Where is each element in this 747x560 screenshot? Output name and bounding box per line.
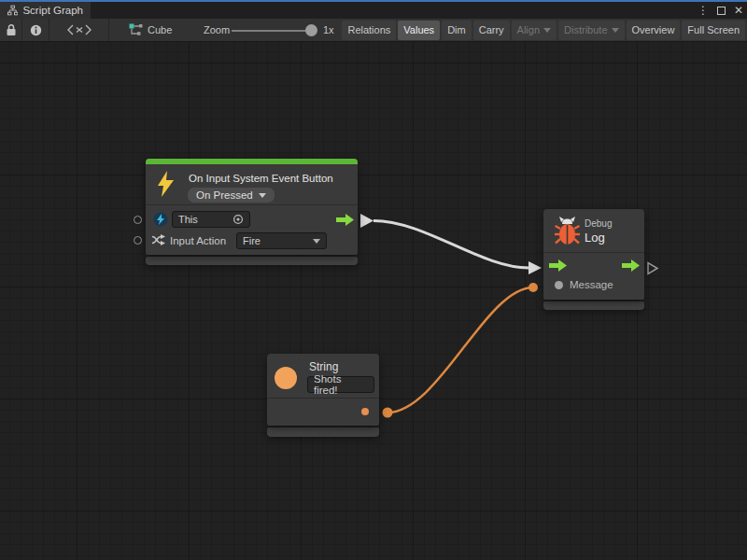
graph-node-icon xyxy=(129,23,143,36)
distribute-dropdown-button[interactable]: Distribute xyxy=(558,21,624,40)
string-type-icon xyxy=(275,367,297,389)
lightning-bolt-icon xyxy=(158,171,174,197)
debug-node-footer xyxy=(543,301,644,310)
event-mode-dropdown[interactable]: On Pressed xyxy=(188,188,275,203)
value-wire-end-dot xyxy=(529,283,538,292)
chevron-down-icon xyxy=(543,28,551,33)
debug-node-header: Debug Log xyxy=(543,209,644,252)
breadcrumb[interactable]: Cube xyxy=(129,19,172,41)
tab-title: Script Graph xyxy=(22,5,83,16)
graph-info-button[interactable] xyxy=(22,19,49,41)
event-node-header: On Input System Event Button On Pressed xyxy=(146,164,358,204)
zoom-slider-handle[interactable] xyxy=(305,24,317,36)
graph-canvas[interactable]: On Input System Event Button On Pressed … xyxy=(0,42,747,560)
debug-node-body: Message xyxy=(543,253,644,300)
event-node-title: On Input System Event Button xyxy=(189,173,333,184)
window-menu-icon[interactable]: ⋮ xyxy=(698,5,709,16)
chevron-down-icon xyxy=(313,239,320,244)
string-node-body xyxy=(267,399,379,426)
action-input-port[interactable] xyxy=(134,236,142,245)
event-node-footer xyxy=(146,257,358,265)
zoom-label: Zoom xyxy=(204,24,230,35)
chevron-down-icon xyxy=(612,28,619,33)
flow-output-port-icon[interactable] xyxy=(622,259,640,272)
toolbar-toggle-group: Relations Values Dim Carry Align Distrib… xyxy=(342,21,745,40)
node-string-literal[interactable]: String Shots fired! xyxy=(267,354,379,437)
event-node-body: This Input Act xyxy=(146,205,358,255)
graph-hierarchy-icon xyxy=(7,5,18,16)
flow-connection-wire[interactable] xyxy=(374,221,529,269)
graph-toolbar: Cube Zoom 1x Relations Values Dim Carry … xyxy=(0,19,747,42)
message-port-label: Message xyxy=(570,279,613,290)
value-wire-start-dot xyxy=(383,408,393,418)
string-output-port[interactable] xyxy=(361,408,369,415)
relations-button[interactable]: Relations xyxy=(342,21,396,40)
code-brackets-icon xyxy=(67,24,92,35)
string-value-field[interactable]: Shots fired! xyxy=(307,376,374,393)
info-icon xyxy=(30,24,42,36)
fullscreen-button[interactable]: Full Screen xyxy=(682,21,745,40)
string-node-title: String xyxy=(309,360,338,373)
align-dropdown-button[interactable]: Align xyxy=(512,21,557,40)
tab-script-graph[interactable]: Script Graph xyxy=(0,2,91,19)
debug-node-name: Log xyxy=(585,231,605,245)
values-button[interactable]: Values xyxy=(398,21,440,40)
string-node-header: String Shots fired! xyxy=(267,354,379,398)
dim-button[interactable]: Dim xyxy=(442,21,472,40)
zoom-slider-track[interactable] xyxy=(232,30,314,32)
target-input-port[interactable] xyxy=(134,216,142,224)
input-action-dropdown[interactable]: Fire xyxy=(236,232,327,249)
input-action-type-icon xyxy=(151,233,166,246)
carry-button[interactable]: Carry xyxy=(473,21,510,40)
flow-input-port-icon[interactable] xyxy=(549,259,567,272)
message-input-port[interactable] xyxy=(555,281,563,289)
flow-wire-end-arrow xyxy=(529,261,542,274)
debug-node-category: Debug xyxy=(585,218,612,229)
target-object-field[interactable]: This xyxy=(172,211,250,228)
overview-button[interactable]: Overview xyxy=(627,21,681,40)
node-on-input-system-event-button[interactable]: On Input System Event Button On Pressed … xyxy=(146,159,358,265)
lock-icon xyxy=(6,23,17,36)
window-maximize-icon[interactable] xyxy=(717,7,726,15)
input-action-label: Input Action xyxy=(170,235,226,246)
flow-target-icon xyxy=(153,212,168,227)
script-graph-window: Script Graph ⋮ ✕ xyxy=(0,0,747,560)
breadcrumb-label: Cube xyxy=(148,24,172,35)
value-connection-wire[interactable] xyxy=(388,287,533,413)
node-debug-log[interactable]: Debug Log Message xyxy=(543,209,644,310)
chevron-down-icon xyxy=(259,193,266,198)
zoom-value: 1x xyxy=(323,24,334,35)
preview-code-button[interactable] xyxy=(49,19,109,41)
window-controls: ⋮ ✕ xyxy=(698,2,743,19)
tab-strip: Script Graph ⋮ ✕ xyxy=(0,2,747,19)
bug-icon xyxy=(555,217,580,245)
flow-output-hint-triangle xyxy=(648,263,657,274)
flow-output-port-icon[interactable] xyxy=(336,214,354,226)
window-close-icon[interactable]: ✕ xyxy=(734,5,743,16)
string-node-footer xyxy=(267,427,379,437)
lock-graph-button[interactable] xyxy=(0,19,22,41)
flow-wire-start-arrow[interactable] xyxy=(360,214,374,228)
object-picker-icon[interactable] xyxy=(233,214,244,225)
